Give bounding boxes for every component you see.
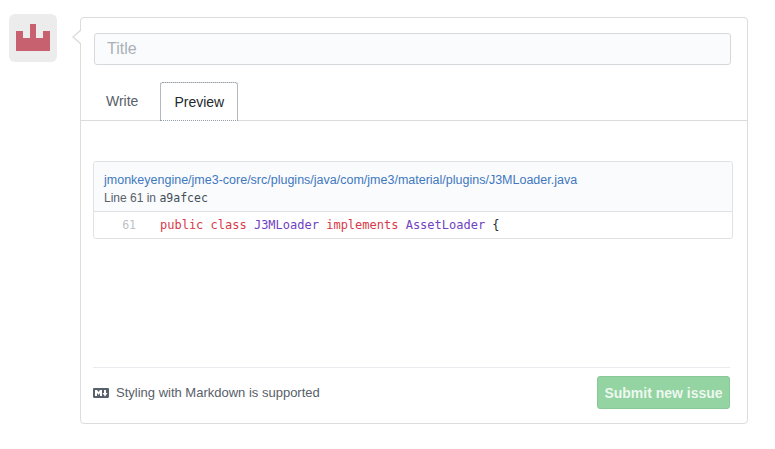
code-token: J3MLoader [254,218,319,232]
code-token: AssetLoader [406,218,485,232]
form-footer: Styling with Markdown is supported Submi… [93,367,730,423]
comment-caret-icon [72,29,81,45]
preview-pane: jmonkeyengine/jme3-core/src/plugins/java… [93,161,733,239]
title-input[interactable] [94,33,731,65]
markdown-note-label: Styling with Markdown is supported [116,385,320,400]
line-label: Line 61 in [104,191,156,205]
code-reference-card: jmonkeyengine/jme3-core/src/plugins/java… [93,161,733,239]
line-reference: Line 61 in a9afcec [104,191,722,205]
code-token: { [485,218,499,232]
code-line: 61 public class J3MLoader implements Ass… [94,211,732,238]
tab-preview[interactable]: Preview [160,82,238,121]
line-number: 61 [94,218,136,232]
markdown-support-link[interactable]: Styling with Markdown is supported [93,385,320,401]
tab-bar: Write Preview [81,82,747,121]
new-issue-form: Write Preview jmonkeyengine/jme3-core/sr… [80,17,748,424]
user-avatar[interactable] [9,14,57,62]
commit-sha: a9afcec [159,191,207,205]
identicon-icon [16,21,50,55]
code-text: public class J3MLoader implements AssetL… [136,218,500,232]
submit-new-issue-button[interactable]: Submit new issue [597,376,730,409]
code-reference-header: jmonkeyengine/jme3-core/src/plugins/java… [94,162,732,211]
markdown-icon [93,385,109,401]
code-token: implements [319,218,406,232]
file-path-link[interactable]: jmonkeyengine/jme3-core/src/plugins/java… [104,173,577,187]
tab-write[interactable]: Write [93,82,151,120]
code-token: public class [160,218,254,232]
